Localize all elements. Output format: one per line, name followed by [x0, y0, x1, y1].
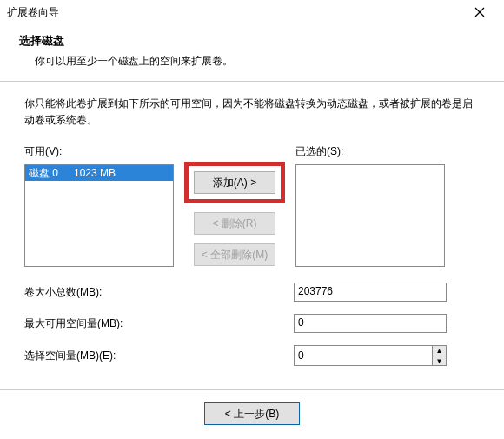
back-button[interactable]: < 上一步(B) — [204, 402, 300, 425]
max-space-row: 最大可用空间量(MB): 0 — [24, 314, 480, 333]
content-area: 你只能将此卷扩展到如下所示的可用空间，因为不能将磁盘转换为动态磁盘，或者被扩展的… — [0, 82, 504, 389]
max-space-label: 最大可用空间量(MB): — [24, 316, 294, 331]
total-size-value: 203776 — [294, 283, 447, 302]
remove-button: < 删除(R) — [194, 212, 275, 235]
available-listbox[interactable]: 磁盘 0 1023 MB — [24, 164, 174, 267]
wizard-window: 扩展卷向导 选择磁盘 你可以用至少一个磁盘上的空间来扩展卷。 你只能将此卷扩展到… — [0, 0, 504, 439]
available-label: 可用(V): — [24, 144, 174, 159]
selected-listbox[interactable] — [295, 164, 445, 267]
body-desc: 你只能将此卷扩展到如下所示的可用空间，因为不能将磁盘转换为动态磁盘，或者被扩展的… — [24, 96, 480, 129]
spin-up-button[interactable]: ▲ — [433, 346, 446, 356]
select-space-spinner[interactable]: ▲ ▼ — [294, 345, 447, 366]
list-item-size: 1023 MB — [74, 167, 143, 179]
header-desc: 你可以用至少一个磁盘上的空间来扩展卷。 — [19, 54, 485, 69]
select-space-label: 选择空间量(MB)(E): — [24, 349, 294, 363]
header-block: 选择磁盘 你可以用至少一个磁盘上的空间来扩展卷。 — [0, 24, 504, 82]
spin-buttons: ▲ ▼ — [433, 345, 447, 366]
titlebar: 扩展卷向导 — [0, 0, 504, 24]
total-size-label: 卷大小总数(MB): — [24, 285, 294, 300]
close-button[interactable] — [462, 0, 497, 24]
window-title: 扩展卷向导 — [7, 5, 462, 20]
selected-label: 已选的(S): — [295, 144, 445, 159]
close-icon — [474, 7, 485, 17]
lists-row: 可用(V): 磁盘 0 1023 MB 添加(A) > < 删除(R) < 全部… — [24, 144, 480, 267]
available-column: 可用(V): 磁盘 0 1023 MB — [24, 144, 174, 267]
selected-column: 已选的(S): — [295, 144, 445, 267]
spin-down-button[interactable]: ▼ — [433, 356, 446, 366]
fields: 卷大小总数(MB): 203776 最大可用空间量(MB): 0 选择空间量(M… — [24, 283, 480, 366]
add-highlight: 添加(A) > — [184, 162, 285, 203]
list-item[interactable]: 磁盘 0 1023 MB — [25, 165, 173, 181]
select-space-input[interactable] — [294, 345, 433, 366]
remove-all-button: < 全部删除(M) — [194, 243, 275, 266]
max-space-value: 0 — [294, 314, 447, 333]
list-item-disk: 磁盘 0 — [29, 166, 74, 181]
header-title: 选择磁盘 — [19, 33, 485, 49]
transfer-buttons: 添加(A) > < 删除(R) < 全部删除(M) — [184, 144, 285, 266]
total-size-row: 卷大小总数(MB): 203776 — [24, 283, 480, 302]
add-button[interactable]: 添加(A) > — [194, 171, 275, 194]
footer: < 上一步(B) — [0, 389, 504, 439]
select-space-row: 选择空间量(MB)(E): ▲ ▼ — [24, 345, 480, 366]
